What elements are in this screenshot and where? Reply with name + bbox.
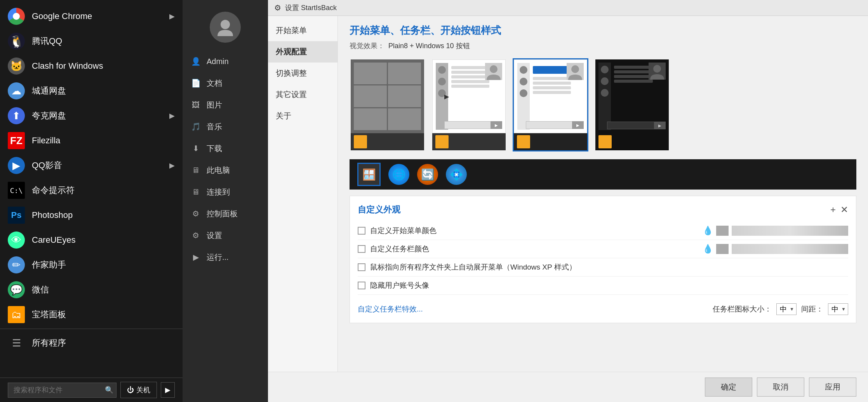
color-swatch-1[interactable]	[716, 226, 729, 236]
menu-item-admin[interactable]: 👤 Admin	[183, 50, 268, 72]
qqplayer-icon: ▶	[8, 157, 25, 174]
app-item-wechat[interactable]: 💬 微信	[0, 277, 183, 302]
app-item-qqplayer[interactable]: ▶ QQ影音 ▶	[0, 153, 183, 178]
taskbar-icon-browser[interactable]: 🌐	[388, 164, 409, 185]
checkbox-menu-color[interactable]	[358, 227, 365, 235]
theme-previews: ▶ 🔍 ▶	[350, 58, 856, 151]
color-bar-1[interactable]	[732, 226, 848, 236]
nav-other[interactable]: 其它设置	[268, 84, 337, 105]
theme-3-taskbar-arrow: ▶	[572, 121, 584, 129]
nav-startmenu[interactable]: 开始菜单	[268, 20, 337, 41]
menu-item-downloads[interactable]: ⬇ 下载	[183, 137, 268, 159]
photoshop-icon: Ps	[8, 207, 25, 224]
theme-4-sidebar-icon-2	[601, 77, 609, 85]
theme-1-tiles	[351, 59, 424, 133]
theme-preview-3[interactable]: 🔍 ▶	[513, 58, 588, 151]
theme-3-taskbar-icon	[517, 135, 530, 148]
checkbox-hide-avatar-label: 隐藏用户账号头像	[370, 280, 429, 291]
arrow-icon-quark: ▶	[169, 111, 175, 120]
search-icon: 🔍	[105, 386, 113, 394]
menu-item-run[interactable]: ▶ 运行...	[183, 246, 268, 268]
taskbar-size-row: 任务栏图标大小： 小 中 大 间距： 小 中	[713, 303, 848, 315]
cancel-button[interactable]: 取消	[757, 378, 804, 397]
app-item-photoshop[interactable]: Ps Photoshop	[0, 203, 183, 228]
app-item-qq[interactable]: 🐧 腾讯QQ	[0, 29, 183, 54]
app-item-quark[interactable]: ⬆ 夸克网盘 ▶	[0, 103, 183, 128]
list-line-7	[533, 82, 571, 85]
color-bar-2[interactable]	[732, 244, 848, 254]
theme-preview-2[interactable]: ▶ 🔍 ▶	[431, 58, 507, 151]
menu-item-thispc[interactable]: 🖥 此电脑	[183, 159, 268, 181]
menu-item-pictures[interactable]: 🖼 图片	[183, 94, 268, 116]
menu-item-controlpanel[interactable]: ⚙ 控制面板	[183, 203, 268, 224]
svg-point-2	[490, 65, 497, 73]
menu-item-documents[interactable]: 📄 文档	[183, 72, 268, 94]
close-button[interactable]: ✕	[840, 204, 848, 215]
menu-item-music[interactable]: 🎵 音乐	[183, 116, 268, 137]
dropper-icon-1: 💧	[703, 226, 713, 236]
app-item-writer[interactable]: ✏ 作家助手	[0, 252, 183, 277]
theme-4-sidebar-icon-3	[601, 89, 609, 97]
app-item-clash[interactable]: 🐱 Clash for Windows	[0, 54, 183, 78]
color-swatch-2[interactable]	[716, 244, 729, 254]
settings-body: 开始菜单 外观配置 切换调整 其它设置 关于 开始菜单、任务栏、开始按钮样式 视…	[268, 16, 868, 372]
app-item-careeyes[interactable]: 👁 CareUEyes	[0, 228, 183, 252]
shutdown-button[interactable]: ⏻ 关机	[120, 382, 157, 398]
cmd-icon: C:\	[8, 182, 25, 199]
allprograms-icon: ☰	[8, 334, 25, 352]
list-line-6	[533, 77, 571, 80]
app-item-cmd[interactable]: C:\ 命令提示符	[0, 178, 183, 203]
taskbar-icon-3[interactable]: 💠	[446, 164, 467, 185]
checkbox-taskbar-color[interactable]	[358, 245, 365, 253]
theme-preview-4[interactable]: 🔍 ▶	[594, 58, 670, 151]
app-item-allprograms[interactable]: ☰ 所有程序	[0, 331, 183, 355]
run-label: 运行...	[207, 252, 229, 263]
thispc-label: 此电脑	[207, 165, 230, 176]
shutdown-arrow-button[interactable]: ▶	[161, 382, 175, 398]
list-line-3	[451, 75, 489, 78]
run-icon: ▶	[190, 252, 201, 263]
app-name-qq: 腾讯QQ	[32, 35, 175, 47]
theme-2-taskbar-arrow: ▶	[491, 121, 502, 129]
connect-label: 连接到	[207, 187, 230, 197]
checkbox-hide-avatar[interactable]	[358, 282, 365, 289]
theme-3-sidebar-icon-1	[520, 66, 527, 74]
taskbar-effects-link[interactable]: 自定义任务栏特效...	[358, 304, 423, 314]
taskbar-start-button[interactable]: 🪟	[357, 163, 381, 186]
nav-about[interactable]: 关于	[268, 105, 337, 127]
settings-icon: ⚙	[190, 230, 201, 241]
nav-appearance[interactable]: 外观配置	[268, 41, 337, 63]
clash-icon: 🐱	[8, 57, 25, 75]
confirm-button[interactable]: 确定	[705, 378, 752, 397]
app-name-citycloud: 城通网盘	[32, 85, 175, 97]
music-icon: 🎵	[190, 121, 201, 132]
search-input[interactable]	[8, 383, 117, 398]
theme-2-sidebar-icon-2	[438, 78, 446, 85]
visual-effect-value: Plain8 + Windows 10 按钮	[388, 41, 470, 50]
app-item-citycloud[interactable]: ☁ 城通网盘	[0, 78, 183, 103]
theme-4-taskbar	[595, 133, 669, 150]
taskbar-icon-2[interactable]: 🔄	[417, 164, 438, 185]
add-button[interactable]: +	[830, 204, 836, 215]
theme-preview-1[interactable]	[350, 58, 425, 151]
menu-item-connect[interactable]: 🖥 连接到	[183, 181, 268, 203]
custom-appearance-section: 自定义外观 + ✕ 自定义开始菜单颜色 💧	[350, 196, 856, 323]
user-avatar[interactable]	[210, 12, 241, 43]
careeyes-icon: 👁	[8, 231, 25, 249]
power-icon: ⏻	[127, 386, 134, 394]
theme-1-taskbar	[351, 133, 424, 150]
app-item-chrome[interactable]: Google Chrome ▶	[0, 4, 183, 29]
shutdown-label: 关机	[136, 385, 150, 395]
apply-button[interactable]: 应用	[809, 378, 856, 397]
svg-point-0	[221, 20, 230, 29]
app-name-clash: Clash for Windows	[32, 61, 175, 71]
spacing-select[interactable]: 小 中 大	[828, 303, 848, 315]
menu-item-settings[interactable]: ⚙ 设置	[183, 224, 268, 246]
taskbar-size-select[interactable]: 小 中 大	[776, 303, 797, 315]
theme-2-taskbar	[432, 133, 506, 150]
app-item-filezilla[interactable]: FZ Filezilla	[0, 128, 183, 153]
nav-switch[interactable]: 切换调整	[268, 63, 337, 84]
app-item-bt[interactable]: 🗂 宝塔面板	[0, 302, 183, 327]
admin-icon: 👤	[190, 56, 201, 67]
checkbox-xp-style[interactable]	[358, 263, 365, 271]
